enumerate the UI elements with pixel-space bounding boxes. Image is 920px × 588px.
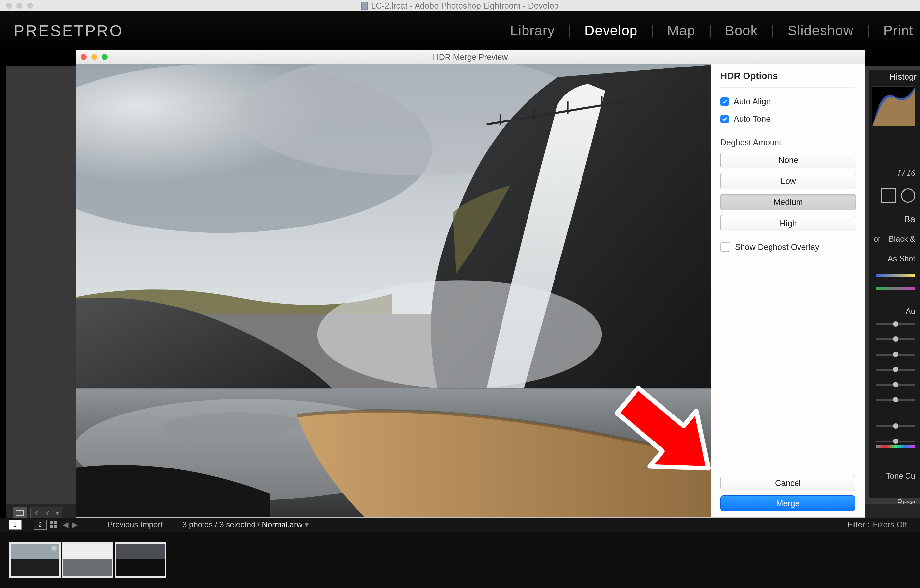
nav-slideshow[interactable]: Slideshow bbox=[788, 23, 854, 39]
compare-segment[interactable]: YY▾ bbox=[30, 507, 62, 519]
modal-title: HDR Merge Preview bbox=[76, 52, 865, 62]
nav-print[interactable]: Print bbox=[883, 23, 914, 39]
temp-slider[interactable] bbox=[876, 274, 915, 277]
selection-count: 3 photos / 3 selected / bbox=[182, 520, 260, 529]
tone-curve-heading[interactable]: Tone Cu bbox=[886, 471, 915, 481]
auto-tone-checkbox[interactable] bbox=[721, 115, 729, 123]
filter-value[interactable]: Filters Off bbox=[873, 520, 907, 530]
treatment-color[interactable]: or bbox=[873, 235, 881, 244]
window-title: LC-2.lrcat - Adobe Photoshop Lightroom -… bbox=[371, 1, 559, 11]
hdr-options-heading: HDR Options bbox=[721, 71, 855, 87]
monitor-2-badge[interactable]: 2 bbox=[34, 520, 47, 530]
nav-develop[interactable]: Develop bbox=[585, 23, 638, 39]
thumbnail[interactable] bbox=[62, 542, 113, 578]
document-icon bbox=[361, 2, 368, 10]
filter-label: Filter : bbox=[847, 520, 870, 530]
hdr-merge-modal: HDR Merge Preview bbox=[76, 50, 865, 518]
clarity-slider[interactable] bbox=[876, 425, 915, 427]
merge-button[interactable]: Merge bbox=[721, 496, 855, 511]
flag-icon[interactable] bbox=[50, 569, 57, 575]
svg-rect-0 bbox=[16, 510, 23, 515]
auto-tone-label: Auto Tone bbox=[734, 114, 771, 124]
auto-align-label: Auto Align bbox=[734, 97, 771, 106]
thumbnail[interactable] bbox=[115, 542, 166, 578]
svg-rect-2 bbox=[54, 521, 57, 524]
auto-tone-label[interactable]: Au bbox=[906, 307, 915, 316]
whites-slider[interactable] bbox=[876, 384, 915, 386]
brand-logo: PRESETPRO bbox=[14, 22, 123, 40]
chevron-left-icon[interactable]: ◀ bbox=[63, 520, 68, 530]
vibrance-slider[interactable] bbox=[876, 441, 915, 442]
radial-filter-icon[interactable] bbox=[901, 188, 915, 203]
module-nav: Library| Develop| Map| Book| Slideshow| … bbox=[510, 23, 914, 39]
deghost-none-button[interactable]: None bbox=[721, 152, 856, 168]
histogram bbox=[872, 86, 915, 126]
breadcrumb: 3 photos / 3 selected / Normal.arw ▾ bbox=[182, 520, 309, 530]
filmstrip-info-bar: 1 2 ◀ ▶ Previous Import 3 photos / 3 sel… bbox=[0, 518, 920, 532]
nav-book[interactable]: Book bbox=[725, 23, 758, 39]
show-deghost-overlay-checkbox[interactable] bbox=[721, 242, 730, 252]
svg-rect-4 bbox=[54, 525, 57, 528]
tint-slider[interactable] bbox=[876, 287, 915, 290]
cancel-button[interactable]: Cancel bbox=[721, 475, 855, 491]
basic-panel-heading[interactable]: Ba bbox=[904, 214, 915, 225]
hdr-preview-image bbox=[76, 63, 711, 517]
svg-rect-3 bbox=[50, 525, 53, 528]
exposure-slider[interactable] bbox=[876, 323, 915, 325]
highlights-slider[interactable] bbox=[876, 353, 915, 356]
deghost-amount-label: Deghost Amount bbox=[721, 138, 855, 147]
chevron-right-icon[interactable]: ▶ bbox=[72, 520, 78, 530]
nav-library[interactable]: Library bbox=[510, 23, 554, 39]
treatment-bw[interactable]: Black & bbox=[889, 235, 915, 244]
blacks-slider[interactable] bbox=[876, 399, 915, 401]
saturation-colorbar[interactable] bbox=[876, 445, 915, 449]
deghost-low-button[interactable]: Low bbox=[721, 173, 856, 189]
histogram-heading: Histogr bbox=[890, 72, 917, 82]
filmstrip[interactable] bbox=[0, 532, 920, 588]
shadows-slider[interactable] bbox=[876, 369, 915, 371]
show-deghost-overlay-label: Show Deghost Overlay bbox=[735, 242, 819, 252]
svg-point-8 bbox=[317, 280, 602, 389]
svg-rect-1 bbox=[50, 521, 53, 524]
deghost-medium-button[interactable]: Medium bbox=[721, 194, 856, 211]
contrast-slider[interactable] bbox=[876, 339, 915, 340]
thumbnail[interactable] bbox=[9, 542, 61, 578]
wb-as-shot[interactable]: As Shot bbox=[888, 254, 915, 263]
lightroom-header: PRESETPRO Library| Develop| Map| Book| S… bbox=[0, 11, 920, 50]
grid-icon[interactable] bbox=[50, 521, 58, 529]
current-file-name: Normal.arw bbox=[262, 520, 303, 529]
modal-titlebar[interactable]: HDR Merge Preview bbox=[76, 50, 865, 64]
develop-right-panel: Histogr f / 16 Ba or Black & As Shot Au bbox=[869, 70, 920, 498]
annotation-arrow-icon bbox=[596, 370, 711, 495]
deghost-high-button[interactable]: High bbox=[721, 215, 856, 232]
mac-window-titlebar: LC-2.lrcat - Adobe Photoshop Lightroom -… bbox=[0, 0, 920, 11]
sync-dot-icon bbox=[51, 546, 57, 551]
crop-tool-icon[interactable] bbox=[881, 188, 896, 203]
hdr-options-panel: HDR Options Auto Align Auto Tone Deghost… bbox=[711, 63, 865, 517]
nav-map[interactable]: Map bbox=[667, 23, 695, 39]
aperture-readout: f / 16 bbox=[898, 168, 915, 178]
monitor-1-badge[interactable]: 1 bbox=[8, 520, 22, 530]
source-label[interactable]: Previous Import bbox=[107, 520, 163, 530]
view-mode-segment[interactable] bbox=[13, 507, 27, 519]
auto-align-checkbox[interactable] bbox=[721, 97, 729, 106]
